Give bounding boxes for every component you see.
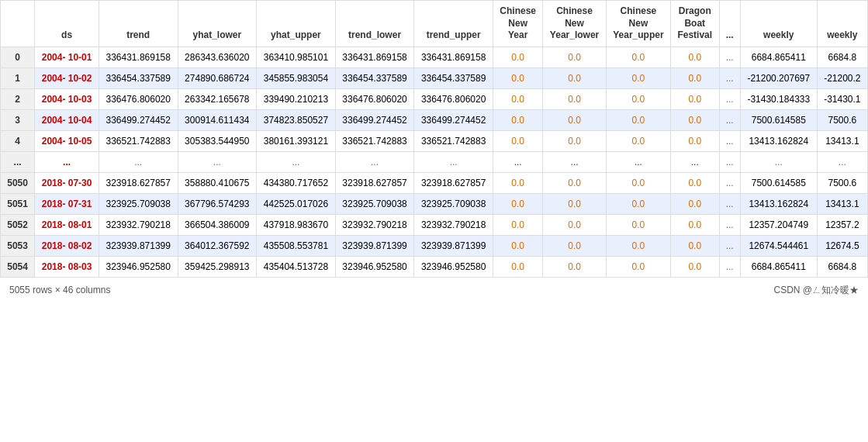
table-cell-chinese_new_year: 0.0 (493, 172, 542, 193)
table-cell-chinese_new_year_lower: 0.0 (543, 256, 606, 277)
table-row: 50502018- 07-30323918.627857358880.41067… (1, 172, 868, 193)
data-table: ds trend yhat_lower yhat_upper trend_low… (0, 0, 868, 278)
table-cell-yhat_upper: 434380.717652 (257, 172, 336, 193)
table-cell-chinese_new_year_lower: 0.0 (543, 109, 606, 130)
table-row: 02004- 10-01336431.869158286343.63602036… (1, 47, 868, 67)
table-cell-weekly2: 6684.8 (817, 47, 867, 67)
table-cell-chinese_new_year: 0.0 (493, 130, 542, 151)
table-cell-trend: 323925.709038 (99, 193, 178, 214)
table-cell-idx: 2 (1, 88, 35, 109)
table-cell-chinese_new_year: 0.0 (493, 214, 542, 235)
table-row: 50522018- 08-01323932.790218366504.38600… (1, 214, 868, 235)
table-cell-weekly2: -31430.1 (817, 88, 867, 109)
table-cell-trend_lower: 336454.337589 (335, 67, 414, 88)
brand-label: CSDN @ㄥ知冷暖★ (773, 284, 859, 297)
table-cell-trend: 336431.869158 (99, 47, 178, 67)
col-header-weekly2: weekly (817, 1, 867, 47)
table-cell-weekly2: -21200.2 (817, 67, 867, 88)
table-cell-ds: 2018- 08-03 (35, 256, 99, 277)
table-cell-dragon_boat_festival: 0.0 (671, 172, 719, 193)
table-cell-chinese_new_year_lower: 0.0 (543, 88, 606, 109)
table-cell-chinese_new_year_lower: ... (543, 151, 606, 172)
table-cell-chinese_new_year: 0.0 (493, 67, 542, 88)
table-cell-trend_upper: 336454.337589 (414, 67, 493, 88)
table-cell-trend: 323932.790218 (99, 214, 178, 235)
col-header-ds: ds (35, 1, 99, 47)
table-cell-chinese_new_year: ... (493, 151, 542, 172)
col-header-yhat-lower: yhat_lower (178, 1, 257, 47)
table-cell-trend_upper: 336499.274452 (414, 109, 493, 130)
table-row: ........................................… (1, 151, 868, 172)
table-cell-trend_upper: 323946.952580 (414, 256, 493, 277)
row-column-summary: 5055 rows × 46 columns (9, 285, 110, 295)
table-cell-weekly2: ... (817, 151, 867, 172)
table-cell-trend_upper: 323939.871399 (414, 235, 493, 256)
table-footer: 5055 rows × 46 columns CSDN @ㄥ知冷暖★ (0, 278, 868, 303)
table-cell-weekly: 12674.544461 (740, 235, 817, 256)
table-cell-trend: 336521.742883 (99, 130, 178, 151)
table-cell-trend: 336454.337589 (99, 67, 178, 88)
table-cell-yhat_upper: 442525.017026 (257, 193, 336, 214)
table-cell-chinese_new_year_upper: 0.0 (606, 47, 670, 67)
table-cell-chinese_new_year_upper: 0.0 (606, 109, 670, 130)
table-cell-chinese_new_year_upper: 0.0 (606, 88, 670, 109)
table-cell-chinese_new_year: 0.0 (493, 256, 542, 277)
table-cell-trend_lower: 323932.790218 (335, 214, 414, 235)
table-cell-chinese_new_year_lower: 0.0 (543, 235, 606, 256)
table-cell-yhat_lower: 359425.298913 (178, 256, 257, 277)
table-cell-yhat_upper: 435508.553781 (257, 235, 336, 256)
table-cell-ds: ... (35, 151, 99, 172)
col-header-dragon-boat: Dragon Boat Festival (671, 1, 719, 47)
table-cell-ds: 2004- 10-02 (35, 67, 99, 88)
table-cell-idx: 4 (1, 130, 35, 151)
table-cell-weekly: 7500.614585 (740, 109, 817, 130)
table-row: 50532018- 08-02323939.871399364012.36759… (1, 235, 868, 256)
table-cell-ellipsis: ... (719, 67, 740, 88)
table-cell-weekly: ... (740, 151, 817, 172)
table-cell-idx: 5053 (1, 235, 35, 256)
table-cell-idx: 5050 (1, 172, 35, 193)
table-cell-trend: 323918.627857 (99, 172, 178, 193)
table-cell-trend_lower: 323939.871399 (335, 235, 414, 256)
table-cell-yhat_upper: 363410.985101 (257, 47, 336, 67)
table-cell-ellipsis: ... (719, 47, 740, 67)
table-cell-trend_lower: 336521.742883 (335, 130, 414, 151)
table-cell-ds: 2004- 10-01 (35, 47, 99, 67)
table-cell-idx: 5051 (1, 193, 35, 214)
table-cell-yhat_lower: 367796.574293 (178, 193, 257, 214)
table-cell-dragon_boat_festival: 0.0 (671, 109, 719, 130)
table-cell-trend: ... (99, 151, 178, 172)
table-cell-ellipsis: ... (719, 214, 740, 235)
table-cell-ellipsis: ... (719, 193, 740, 214)
table-cell-ellipsis: ... (719, 130, 740, 151)
table-cell-ellipsis: ... (719, 172, 740, 193)
table-cell-ds: 2018- 07-30 (35, 172, 99, 193)
table-cell-trend_upper: 323918.627857 (414, 172, 493, 193)
table-row: 50542018- 08-03323946.952580359425.29891… (1, 256, 868, 277)
table-cell-chinese_new_year_lower: 0.0 (543, 193, 606, 214)
table-cell-chinese_new_year: 0.0 (493, 109, 542, 130)
table-cell-yhat_upper: 339490.210213 (257, 88, 336, 109)
table-cell-trend_lower: 336476.806020 (335, 88, 414, 109)
col-header-chinese-new-year: Chinese New Year (493, 1, 542, 47)
table-cell-chinese_new_year_lower: 0.0 (543, 130, 606, 151)
table-cell-ellipsis: ... (719, 235, 740, 256)
table-cell-yhat_upper: 437918.983670 (257, 214, 336, 235)
table-cell-trend_upper: ... (414, 151, 493, 172)
table-cell-chinese_new_year_upper: ... (606, 151, 670, 172)
table-cell-trend_lower: 323925.709038 (335, 193, 414, 214)
table-cell-yhat_lower: 358880.410675 (178, 172, 257, 193)
table-cell-dragon_boat_festival: 0.0 (671, 235, 719, 256)
table-cell-trend_upper: 336521.742883 (414, 130, 493, 151)
table-cell-weekly: 13413.162824 (740, 193, 817, 214)
table-cell-trend_upper: 336476.806020 (414, 88, 493, 109)
table-cell-idx: ... (1, 151, 35, 172)
col-header-weekly: weekly (740, 1, 817, 47)
table-cell-weekly: 6684.865411 (740, 47, 817, 67)
table-cell-yhat_lower: 305383.544950 (178, 130, 257, 151)
table-cell-yhat_lower: 274890.686724 (178, 67, 257, 88)
table-cell-idx: 5052 (1, 214, 35, 235)
table-cell-weekly2: 7500.6 (817, 109, 867, 130)
table-cell-trend_lower: 336431.869158 (335, 47, 414, 67)
table-cell-weekly: 12357.204749 (740, 214, 817, 235)
